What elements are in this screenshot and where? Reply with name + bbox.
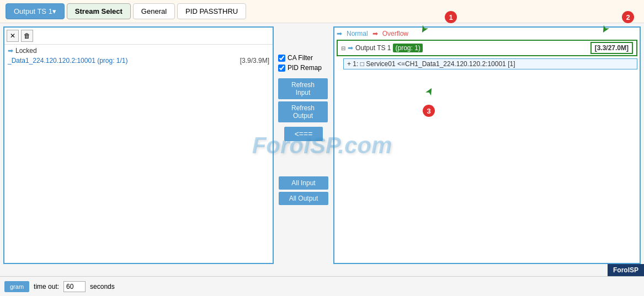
main-content: ✕ 🗑 ➡ Locked _Data1_224.120.120.2:10001 …: [0, 23, 644, 267]
ca-filter-label: CA Filter: [288, 54, 313, 62]
tab-output-ts1[interactable]: Output TS 1▾: [6, 3, 65, 19]
right-panel: ➡ Normal ➡ Overflow ⊟ ➡ Output TS 1 (pro…: [333, 26, 641, 264]
tab-pid-passthru[interactable]: PID PASSTHRU: [177, 3, 246, 19]
expand-minus-icon: ⊟: [341, 45, 345, 51]
service-label: + 1: □ Service01 <=CH1_Data1_224.120.120…: [347, 60, 515, 68]
service-row: + 1: □ Service01 <=CH1_Data1_224.120.120…: [343, 58, 637, 69]
normal-label: Normal: [347, 30, 368, 37]
all-output-button[interactable]: All Output: [279, 192, 328, 205]
refresh-input-button[interactable]: Refresh Input: [278, 78, 328, 99]
pid-remap-checkbox[interactable]: [278, 64, 285, 72]
arrow-to-output-icon: ➡: [348, 44, 353, 52]
output-prog: (prog: 1): [393, 44, 422, 52]
pid-remap-row: PID Remap: [278, 64, 322, 72]
seconds-label: seconds: [90, 283, 115, 290]
all-input-button[interactable]: All Input: [279, 176, 328, 190]
arrow-normal-icon: ➡: [337, 30, 342, 37]
marker-3: 3: [423, 105, 435, 117]
data-source-link[interactable]: _Data1_224.120.120.2:10001 (prog: 1/1): [8, 57, 128, 64]
timeout-input[interactable]: [63, 281, 86, 292]
tab-stream-select[interactable]: Stream Select: [67, 3, 131, 19]
tab-general[interactable]: General: [133, 3, 175, 19]
refresh-output-button[interactable]: Refresh Output: [278, 101, 328, 122]
output-row: ⊟ ➡ Output TS 1 (prog: 1) [3.3/27.0M]: [337, 40, 637, 56]
left-panel-content: ➡ Locked _Data1_224.120.120.2:10001 (pro…: [4, 45, 273, 263]
marker-1: 1: [445, 11, 457, 23]
left-panel-toolbar: ✕ 🗑: [4, 28, 273, 45]
ca-filter-checkbox[interactable]: [278, 55, 285, 62]
close-button[interactable]: ✕: [7, 30, 19, 42]
arrow-icon: ➡: [8, 47, 13, 55]
gram-button[interactable]: gram: [4, 281, 29, 292]
middle-panel: CA Filter PID Remap Refresh Input Refres…: [276, 26, 331, 264]
arrow-overflow-icon: ➡: [372, 30, 378, 37]
output-row-left: ⊟ ➡ Output TS 1 (prog: 1): [341, 44, 423, 52]
ca-filter-row: CA Filter: [278, 54, 313, 62]
delete-button[interactable]: 🗑: [21, 30, 33, 42]
left-panel: ✕ 🗑 ➡ Locked _Data1_224.120.120.2:10001 …: [3, 26, 274, 264]
overflow-label: Overflow: [382, 30, 408, 37]
output-label: Output TS 1: [355, 44, 391, 52]
locked-row: ➡ Locked: [8, 47, 269, 55]
data-rate: [3.9/3.9M]: [240, 57, 269, 64]
assign-arrow-button[interactable]: <===: [284, 127, 323, 141]
pid-remap-label: PID Remap: [288, 64, 322, 72]
data-source-row: _Data1_224.120.120.2:10001 (prog: 1/1) […: [8, 57, 269, 64]
output-rate: [3.3/27.0M]: [590, 42, 633, 54]
annotation-arrow-3: ➤: [422, 85, 437, 98]
button-group: Refresh Input Refresh Output <===: [278, 78, 329, 141]
locked-label: Locked: [15, 47, 37, 55]
marker-2: 2: [622, 11, 634, 23]
foroisp-badge: ForoISP: [608, 264, 644, 276]
right-panel-header: ➡ Normal ➡ Overflow: [337, 30, 637, 37]
all-buttons-group: All Input All Output: [279, 176, 328, 205]
timeout-label: time out:: [34, 283, 59, 290]
top-nav: Output TS 1▾ Stream Select General PID P…: [0, 0, 644, 23]
bottom-bar: gram time out: seconds: [0, 276, 644, 296]
